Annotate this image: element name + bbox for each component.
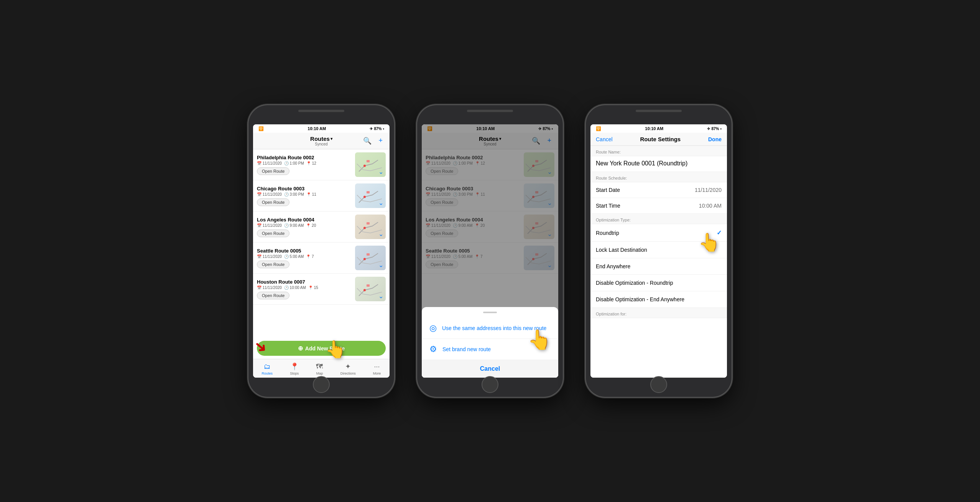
sheet-option-new-route[interactable]: ⚙ Set brand new route xyxy=(422,339,558,360)
nav-icon-1: ✈ xyxy=(370,127,373,131)
phone-3: 🛜 10:10 AM ✈ 87% ▪ Cancel Route Settings… xyxy=(586,105,732,397)
nav-title-1: Routes ▾ Synced xyxy=(274,135,369,146)
route-schedule-section-label: Route Schedule: xyxy=(590,172,727,182)
route-info-3: Seattle Route 0005 📅 11/11/2020 🕐 5:00 A… xyxy=(257,248,352,268)
start-time-label: Start Time xyxy=(596,203,620,209)
nav-dropdown-icon-1: ▾ xyxy=(331,137,332,141)
status-bar-1: 🛜 10:10 AM ✈ 87% ▪ xyxy=(253,124,390,133)
status-left-1: 🛜 xyxy=(258,126,264,131)
route-stops-3: 📍 7 xyxy=(306,254,314,259)
add-new-route-button-1[interactable]: ⊕ Add New Route xyxy=(257,341,386,356)
wifi-icon-1: 🛜 xyxy=(258,126,264,131)
route-meta-1: 📅 11/11/2020 🕐 3:00 PM 📍 11 xyxy=(257,192,352,197)
add-route-bar-1: ⊕ Add New Route xyxy=(253,338,390,359)
sheet-option-same-addresses[interactable]: ◎ Use the same addresses into this new r… xyxy=(422,318,558,339)
opt-for-section-label: Optimization for: xyxy=(590,308,727,318)
route-stops-0: 📍 12 xyxy=(306,161,316,165)
start-date-row: Start Date 11/11/2020 xyxy=(590,182,727,198)
done-button-3[interactable]: Done xyxy=(708,136,722,142)
opt-option-4[interactable]: Disable Optimization - End Anywhere xyxy=(590,291,727,308)
opt-label-2: End Anywhere xyxy=(596,263,630,269)
opt-option-1[interactable]: Lock Last Destination xyxy=(590,242,727,258)
nav-subtitle-1: Synced xyxy=(274,142,369,146)
tab-more-1[interactable]: ··· More xyxy=(370,362,384,376)
phone-2: 🛜 10:10 AM ✈ 87% ▪ Routes ▾ Synced xyxy=(417,105,563,397)
svg-point-11 xyxy=(363,258,366,260)
open-route-button-1[interactable]: Open Route xyxy=(257,198,289,206)
tab-routes-1[interactable]: 🗂 Routes xyxy=(259,362,276,376)
route-date-0: 📅 11/11/2020 xyxy=(257,161,282,165)
route-list-1: Philadelphia Route 0002 📅 11/11/2020 🕐 1… xyxy=(253,149,390,338)
wifi-icon-3: 🛜 xyxy=(596,126,601,131)
status-right-1: ✈ 87% ▪ xyxy=(370,127,384,131)
svg-point-14 xyxy=(363,289,366,291)
route-info-2: Los Angeles Route 0004 📅 11/11/2020 🕐 9:… xyxy=(257,217,352,237)
tab-map-1[interactable]: 🗺 Map xyxy=(313,362,326,376)
battery-icon-1: ▪ xyxy=(383,127,384,131)
phone-2-screen: 🛜 10:10 AM ✈ 87% ▪ Routes ▾ Synced xyxy=(422,124,558,378)
tab-map-label-1: Map xyxy=(316,372,323,375)
settings-content-3: Route Name: New York Route 0001 (Roundtr… xyxy=(590,146,727,378)
open-route-button-0[interactable]: Open Route xyxy=(257,167,289,175)
tab-routes-label-1: Routes xyxy=(262,372,273,375)
opt-option-2[interactable]: End Anywhere xyxy=(590,258,727,275)
route-name-value[interactable]: New York Route 0001 (Roundtrip) xyxy=(590,156,727,172)
add-icon-1[interactable]: + xyxy=(377,135,384,147)
sheet-cancel-button[interactable]: Cancel xyxy=(422,360,558,378)
route-name-3: Seattle Route 0005 xyxy=(257,248,352,254)
start-time-row: Start Time 10:00 AM xyxy=(590,198,727,214)
home-button-1[interactable] xyxy=(313,376,330,393)
open-route-button-2[interactable]: Open Route xyxy=(257,230,289,237)
route-info-4: Houston Route 0007 📅 11/11/2020 🕐 10:00 … xyxy=(257,279,352,299)
opt-option-0[interactable]: Roundtrip ✓ xyxy=(590,224,727,242)
tab-stops-label-1: Stops xyxy=(290,372,299,375)
tab-directions-label-1: Directions xyxy=(340,372,356,375)
route-item-1[interactable]: Chicago Route 0003 📅 11/11/2020 🕐 3:00 P… xyxy=(253,180,390,211)
route-name-section-label: Route Name: xyxy=(590,146,727,156)
nav-bar-1: Routes ▾ Synced 🔍 + xyxy=(253,133,390,149)
route-date-3: 📅 11/11/2020 xyxy=(257,254,282,259)
home-button-3[interactable] xyxy=(650,376,667,393)
map-tab-icon-1: 🗺 xyxy=(316,363,323,371)
battery-3: 87% xyxy=(711,127,719,131)
route-item-2[interactable]: Los Angeles Route 0004 📅 11/11/2020 🕐 9:… xyxy=(253,211,390,243)
start-date-value[interactable]: 11/11/2020 xyxy=(695,187,722,193)
tab-directions-1[interactable]: ✦ Directions xyxy=(337,362,359,376)
home-button-2[interactable] xyxy=(482,376,498,393)
svg-point-8 xyxy=(363,227,366,229)
check-mark-0: ✓ xyxy=(717,229,722,236)
route-time-0: 🕐 1:00 PM xyxy=(284,161,304,165)
open-route-button-3[interactable]: Open Route xyxy=(257,261,289,268)
route-info-0: Philadelphia Route 0002 📅 11/11/2020 🕐 1… xyxy=(257,155,352,175)
stops-tab-icon-1: 📍 xyxy=(290,362,299,371)
route-date-4: 📅 11/11/2020 xyxy=(257,286,282,290)
opt-option-3[interactable]: Disable Optimization - Roundtrip xyxy=(590,275,727,291)
tab-stops-1[interactable]: 📍 Stops xyxy=(287,362,302,376)
gear-icon-sheet: ⚙ xyxy=(429,344,437,354)
svg-rect-1 xyxy=(367,160,370,162)
cancel-button-3[interactable]: Cancel xyxy=(596,136,613,142)
search-icon-1[interactable]: 🔍 xyxy=(362,135,373,147)
route-time-4: 🕐 10:00 AM xyxy=(284,286,306,290)
phone-3-screen: 🛜 10:10 AM ✈ 87% ▪ Cancel Route Settings… xyxy=(590,124,727,378)
action-sheet-2: ◎ Use the same addresses into this new r… xyxy=(422,307,558,378)
modal-backdrop-2: ◎ Use the same addresses into this new r… xyxy=(422,124,558,378)
route-item-3[interactable]: Seattle Route 0005 📅 11/11/2020 🕐 5:00 A… xyxy=(253,243,390,274)
routes-tab-icon-1: 🗂 xyxy=(264,363,271,371)
status-right-3: ✈ 87% ▪ xyxy=(707,127,722,131)
svg-point-5 xyxy=(363,196,366,198)
svg-rect-13 xyxy=(367,284,370,287)
route-name-1: Chicago Route 0003 xyxy=(257,186,352,192)
bottom-tabs-1: 🗂 Routes 📍 Stops 🗺 Map ✦ Directions ··· xyxy=(253,359,390,378)
svg-rect-10 xyxy=(367,253,370,256)
battery-icon-3: ▪ xyxy=(720,127,722,131)
start-time-value[interactable]: 10:00 AM xyxy=(699,203,722,209)
route-stops-1: 📍 11 xyxy=(306,192,316,197)
route-item-0[interactable]: Philadelphia Route 0002 📅 11/11/2020 🕐 1… xyxy=(253,149,390,180)
route-item-4[interactable]: Houston Route 0007 📅 11/11/2020 🕐 10:00 … xyxy=(253,274,390,305)
open-route-button-4[interactable]: Open Route xyxy=(257,292,289,299)
phones-container: 🛜 10:10 AM ✈ 87% ▪ Routes ▾ Synced xyxy=(233,90,747,412)
directions-tab-icon-1: ✦ xyxy=(345,362,351,371)
location-ring-icon: ◎ xyxy=(429,323,437,333)
start-date-label: Start Date xyxy=(596,187,620,193)
